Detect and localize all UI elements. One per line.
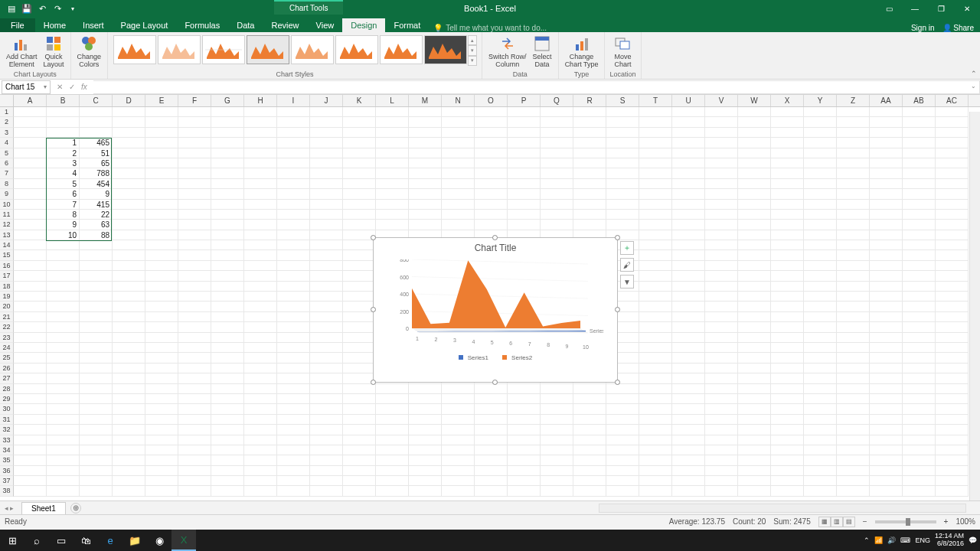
cell[interactable] [475,455,508,465]
cell[interactable] [277,189,310,199]
cell[interactable] [277,435,310,445]
cell[interactable] [870,220,903,230]
cell[interactable] [804,445,837,455]
cell[interactable] [705,282,738,292]
cell[interactable] [113,455,145,465]
cell[interactable] [508,220,541,230]
cell[interactable] [870,230,903,240]
cell[interactable] [705,312,738,322]
cell[interactable] [376,138,409,148]
cell[interactable] [903,261,936,271]
cell[interactable] [310,179,343,189]
cell[interactable] [870,261,903,271]
cell[interactable] [310,261,343,271]
column-header[interactable]: I [277,95,310,106]
cell[interactable] [277,128,310,138]
cell[interactable] [870,302,903,311]
cell[interactable] [804,302,837,311]
cell[interactable] [672,455,705,465]
cell[interactable] [14,240,47,250]
cell[interactable] [870,128,903,138]
column-header[interactable]: AC [936,95,969,106]
cell[interactable] [277,445,310,455]
cell[interactable] [541,220,573,230]
edge-icon[interactable]: e [98,530,122,551]
cell[interactable] [80,271,113,281]
normal-view-button[interactable]: ▦ [818,517,831,527]
cell[interactable] [541,179,573,189]
cell[interactable] [244,148,277,158]
cell[interactable] [475,200,508,210]
cell[interactable] [80,445,113,455]
row-header[interactable]: 4 [0,138,14,148]
cell[interactable] [870,322,903,332]
cell[interactable]: 22 [80,210,113,220]
cell[interactable]: 9 [47,220,80,230]
cell[interactable] [178,312,211,322]
cell[interactable] [145,179,178,189]
cell[interactable] [211,148,244,158]
cell[interactable] [442,394,475,404]
cell[interactable] [80,261,113,271]
chart-elements-button[interactable]: ＋ [620,241,634,255]
cell[interactable] [738,282,771,292]
cell[interactable] [837,271,870,281]
cell[interactable] [870,117,903,127]
cell[interactable] [244,394,277,404]
cell[interactable] [672,168,705,178]
cell[interactable] [475,117,508,127]
column-header[interactable]: Z [837,95,870,106]
cell[interactable] [837,384,870,394]
cell[interactable] [310,117,343,127]
tell-me-search[interactable]: 💡 Tell me what you want to do... [433,24,547,32]
cell[interactable] [145,240,178,250]
row-header[interactable]: 22 [0,322,14,332]
cell[interactable] [672,179,705,189]
cell[interactable] [639,384,672,394]
cell[interactable] [47,312,80,322]
cell[interactable] [804,292,837,302]
cell[interactable] [771,455,804,465]
chart-style-6[interactable] [335,35,378,64]
cell[interactable] [14,404,47,414]
cell[interactable] [343,333,376,343]
quick-layout-button[interactable]: Quick Layout [42,34,66,69]
tab-review[interactable]: Review [263,18,307,32]
cell[interactable] [47,394,80,404]
cell[interactable] [47,117,80,127]
cell[interactable] [244,353,277,363]
cell[interactable] [573,220,606,230]
cell[interactable] [606,394,639,404]
cell[interactable] [178,353,211,363]
cell[interactable] [343,168,376,178]
cell[interactable]: 465 [80,138,113,148]
cell[interactable] [409,394,442,404]
cell[interactable] [672,117,705,127]
cell[interactable] [376,200,409,210]
column-header[interactable]: W [738,95,771,106]
cell[interactable] [113,466,145,476]
cell[interactable] [870,476,903,486]
cell[interactable] [343,200,376,210]
cell[interactable] [113,425,145,435]
cell[interactable] [145,343,178,353]
cell[interactable] [903,179,936,189]
cell[interactable] [837,415,870,425]
cell[interactable]: 88 [80,230,113,240]
cell[interactable] [936,322,969,332]
cell[interactable] [870,312,903,322]
save-icon[interactable]: 💾 [20,2,34,15]
cell[interactable] [442,210,475,220]
cell[interactable] [277,322,310,332]
cell[interactable] [771,343,804,353]
cell[interactable] [310,373,343,383]
cell[interactable] [178,128,211,138]
cell[interactable] [738,240,771,250]
cell[interactable] [211,302,244,311]
cell[interactable] [837,168,870,178]
cell[interactable] [771,384,804,394]
cell[interactable] [837,230,870,240]
cell[interactable] [409,445,442,455]
cell[interactable] [771,445,804,455]
cell[interactable] [442,117,475,127]
